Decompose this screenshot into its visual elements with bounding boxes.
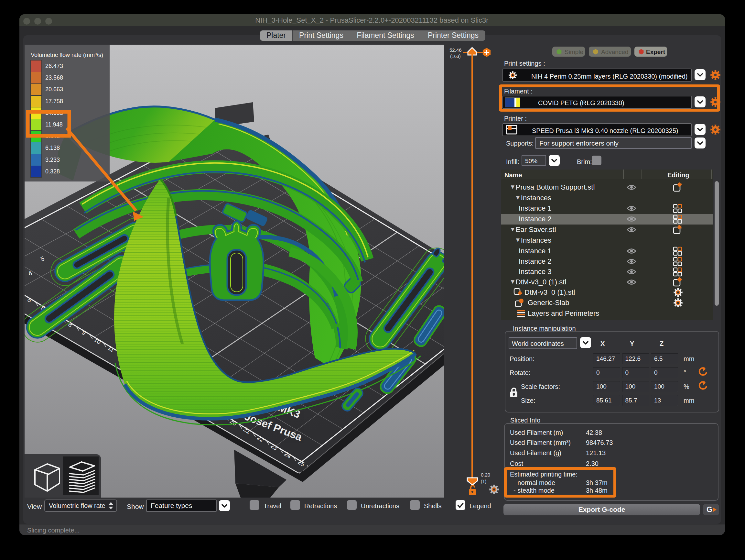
svg-text:G: G bbox=[707, 505, 712, 514]
